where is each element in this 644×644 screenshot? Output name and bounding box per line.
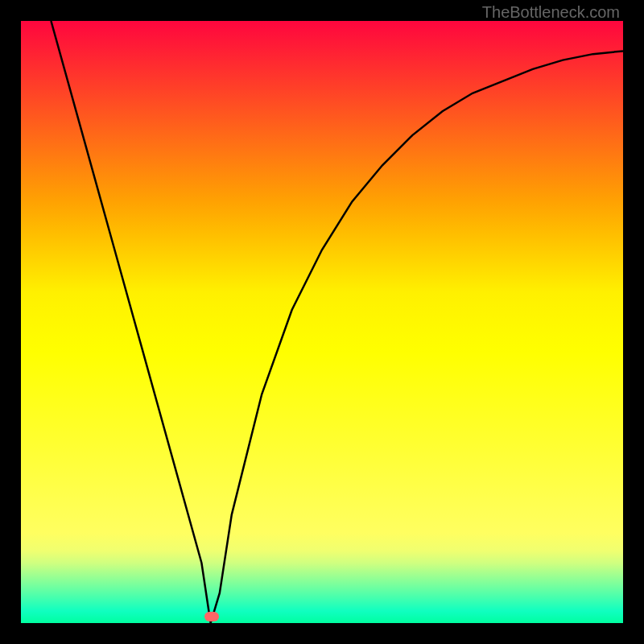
bottleneck-curve: [21, 21, 623, 623]
watermark-text: TheBottleneck.com: [482, 3, 620, 22]
optimal-point-marker: [204, 612, 219, 621]
